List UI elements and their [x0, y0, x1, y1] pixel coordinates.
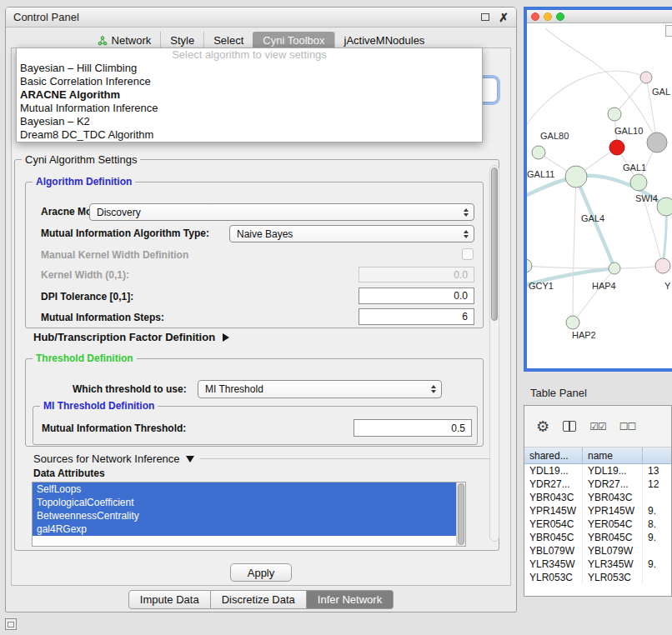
corner-panel-icon[interactable] [5, 618, 17, 630]
deselect-all-icon[interactable]: ☐☐ [619, 421, 636, 432]
table-cell[interactable]: YDR27... [524, 478, 583, 491]
attributes-scrollbar[interactable] [456, 482, 465, 546]
attributes-scrollbar-thumb[interactable] [458, 483, 464, 545]
aracne-mode-select[interactable]: Discovery [89, 203, 474, 221]
network-node[interactable] [655, 258, 670, 273]
table-row[interactable]: YBL079WYBL079W [524, 544, 671, 558]
column-header-name[interactable]: name [583, 448, 643, 463]
table-cell[interactable]: YBR045C [524, 531, 583, 544]
table-cell[interactable]: 9. [643, 531, 671, 544]
table-cell[interactable]: 9. [643, 558, 671, 571]
network-node[interactable] [657, 198, 672, 216]
network-edge[interactable] [527, 71, 646, 132]
network-node[interactable] [640, 72, 652, 83]
select-all-icon[interactable]: ☑☑ [589, 421, 606, 432]
settings-scrollbar[interactable] [489, 165, 499, 542]
network-node[interactable] [527, 259, 532, 272]
table-cell[interactable]: 12 [643, 478, 671, 491]
manual-kernel-checkbox[interactable] [462, 248, 474, 260]
popup-item[interactable]: Mutual Information Inference [17, 102, 482, 115]
table-cell[interactable]: YBR043C [524, 491, 583, 504]
network-graph[interactable]: GAL GAL80 GAL10 GAL11 GAL1 SWI4 GAL4 GCY… [527, 23, 672, 368]
table-cell[interactable]: YBR045C [583, 531, 643, 544]
table-cell[interactable]: YLR053C [524, 571, 583, 584]
network-node[interactable] [566, 316, 579, 329]
attributes-list[interactable]: SelfLoops TopologicalCoefficient Between… [32, 482, 466, 547]
close-traffic-button[interactable] [531, 12, 539, 21]
table-cell[interactable]: YDL19... [583, 464, 643, 478]
network-edge[interactable] [573, 268, 614, 322]
table-cell[interactable]: YER054C [524, 518, 583, 531]
table-cell[interactable] [643, 571, 671, 584]
control-panel-titlebar[interactable]: Control Panel ✗ [6, 8, 516, 28]
table-row[interactable]: YLR345WYLR345W9. [524, 558, 671, 571]
float-window-button[interactable] [481, 13, 489, 21]
minimize-traffic-button[interactable] [544, 12, 552, 21]
table-row[interactable]: YLR053CYLR053C [524, 571, 671, 584]
table-cell[interactable]: YDL19... [524, 464, 583, 478]
tab-network[interactable]: Network [88, 32, 161, 49]
column-header-extra[interactable] [643, 448, 671, 463]
table-cell[interactable]: YDR27... [583, 478, 643, 491]
table-cell[interactable]: YLR345W [524, 558, 583, 571]
table-cell[interactable]: YER054C [583, 518, 643, 531]
kernel-width-field[interactable]: 0.0 [359, 267, 474, 282]
table-row[interactable]: YER054CYER054C8. [524, 518, 671, 531]
attribute-item[interactable]: BetweennessCentrality [33, 509, 456, 522]
table-row[interactable]: YBR043CYBR043C [524, 491, 671, 504]
settings-scrollbar-thumb[interactable] [491, 168, 498, 321]
table-cell[interactable] [643, 491, 671, 504]
attribute-item[interactable]: gal4RGexp [33, 522, 456, 536]
table-cell[interactable]: YBR043C [583, 491, 643, 504]
column-header-shared-name[interactable]: shared... [524, 448, 583, 463]
tab-impute-data[interactable]: Impute Data [128, 590, 211, 609]
network-edge[interactable] [573, 177, 576, 322]
table-row[interactable]: YDL19...YDL19...13 [524, 464, 671, 478]
network-edge[interactable] [614, 78, 646, 114]
sources-toggle[interactable]: Sources for Network Inference [33, 452, 490, 465]
table-row[interactable]: YDR27...YDR27...12 [524, 478, 671, 491]
network-node[interactable] [608, 108, 621, 121]
table-cell[interactable]: 9. [643, 504, 671, 518]
table-cell[interactable] [643, 544, 671, 558]
popup-item[interactable]: Bayesian – K2 [17, 115, 482, 128]
dpi-tolerance-field[interactable]: 0.0 [359, 288, 474, 304]
table-cell[interactable]: YPR145W [583, 504, 643, 518]
mi-steps-field[interactable]: 6 [359, 308, 474, 325]
columns-icon[interactable] [563, 421, 576, 432]
tab-discretize-data[interactable]: Discretize Data [211, 590, 307, 609]
popup-item[interactable]: Dream8 DC_TDC Algorithm [17, 128, 482, 142]
table-cell[interactable]: 13 [643, 464, 671, 478]
tab-cyni-toolbox[interactable]: Cyni Toolbox [253, 32, 333, 49]
canvas-scroll-button[interactable] [665, 25, 672, 37]
network-view-window[interactable]: GAL GAL80 GAL10 GAL11 GAL1 SWI4 GAL4 GCY… [524, 7, 672, 372]
network-node[interactable] [647, 132, 667, 152]
network-window-titlebar[interactable] [527, 10, 672, 23]
apply-button[interactable]: Apply [230, 563, 292, 582]
tab-infer-network[interactable]: Infer Network [307, 590, 394, 609]
which-threshold-select[interactable]: MI Threshold [198, 380, 442, 398]
network-node-gal10[interactable] [609, 140, 624, 155]
table-row[interactable]: YPR145WYPR145W9. [524, 504, 671, 518]
gear-icon[interactable]: ⚙ [536, 419, 549, 434]
table-cell[interactable]: YBL079W [524, 544, 583, 558]
zoom-traffic-button[interactable] [556, 12, 564, 21]
network-edge[interactable] [527, 266, 614, 268]
table-cell[interactable]: YPR145W [524, 504, 583, 518]
hub-section-toggle[interactable]: Hub/Transcription Factor Definition [33, 331, 229, 343]
tab-select[interactable]: Select [203, 32, 253, 49]
network-node[interactable] [532, 146, 545, 159]
table-cell[interactable]: YLR053C [583, 571, 643, 584]
mi-type-select[interactable]: Naive Bayes [229, 225, 474, 242]
network-node[interactable] [609, 262, 620, 274]
attribute-item[interactable]: TopologicalCoefficient [33, 496, 456, 509]
attribute-item[interactable]: SelfLoops [33, 482, 456, 496]
network-canvas[interactable]: GAL GAL80 GAL10 GAL11 GAL1 SWI4 GAL4 GCY… [527, 23, 672, 368]
popup-item[interactable]: Bayesian – Hill Climbing [17, 62, 482, 75]
table-row[interactable]: YBR045CYBR045C9. [524, 531, 671, 544]
tab-style[interactable]: Style [160, 32, 203, 49]
tab-jactivemnodules[interactable]: jActiveMNodules [334, 32, 434, 49]
popup-item-selected[interactable]: ARACNE Algorithm [17, 88, 482, 102]
table-cell[interactable]: YBL079W [583, 544, 643, 558]
close-icon[interactable]: ✗ [499, 12, 509, 23]
